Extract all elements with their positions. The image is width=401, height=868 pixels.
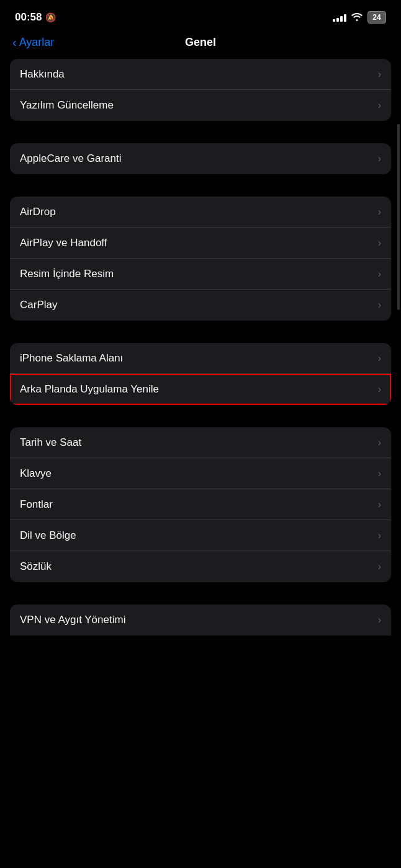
chevron-right-icon: › xyxy=(378,561,381,572)
section-1: Hakkında › Yazılım Güncelleme › xyxy=(10,59,391,121)
mute-icon: 🔕 xyxy=(45,12,56,22)
menu-item-label: Hakkında xyxy=(20,68,65,81)
nav-header: ‹ Ayarlar Genel xyxy=(0,31,401,59)
menu-item-vpn[interactable]: VPN ve Aygıt Yönetimi › xyxy=(10,604,391,636)
chevron-right-icon: › xyxy=(378,614,381,626)
menu-item-fontlar[interactable]: Fontlar › xyxy=(10,489,391,520)
menu-item-sozluk[interactable]: Sözlük › xyxy=(10,551,391,582)
section-3: AirDrop › AirPlay ve Handoff › Resim İçi… xyxy=(10,197,391,321)
menu-item-klavye[interactable]: Klavye › xyxy=(10,458,391,489)
menu-item-label: AppleCare ve Garanti xyxy=(20,153,121,165)
signal-strength xyxy=(333,13,346,22)
status-bar: 00:58 🔕 24 xyxy=(0,0,401,31)
chevron-right-icon: › xyxy=(378,468,381,479)
menu-group-2: AppleCare ve Garanti › xyxy=(10,143,391,174)
chevron-right-icon: › xyxy=(378,237,381,249)
menu-item-applecare[interactable]: AppleCare ve Garanti › xyxy=(10,143,391,174)
menu-item-tarih-saat[interactable]: Tarih ve Saat › xyxy=(10,427,391,458)
menu-item-label: Tarih ve Saat xyxy=(20,436,81,449)
menu-group-1: Hakkında › Yazılım Güncelleme › xyxy=(10,59,391,121)
signal-bar-1 xyxy=(333,19,335,22)
menu-item-label: AirDrop xyxy=(20,206,56,218)
chevron-right-icon: › xyxy=(378,437,381,448)
back-button[interactable]: ‹ Ayarlar xyxy=(12,35,54,50)
chevron-right-icon: › xyxy=(378,384,381,395)
menu-item-airplay-handoff[interactable]: AirPlay ve Handoff › xyxy=(10,228,391,259)
menu-item-label: Resim İçinde Resim xyxy=(20,268,114,280)
menu-item-label: Klavye xyxy=(20,467,52,480)
menu-item-label: Sözlük xyxy=(20,560,52,573)
chevron-right-icon: › xyxy=(378,353,381,364)
menu-item-carplay[interactable]: CarPlay › xyxy=(10,290,391,321)
section-4: iPhone Saklama Alanı › Arka Planda Uygul… xyxy=(10,343,391,405)
chevron-right-icon: › xyxy=(378,299,381,311)
menu-group-4: iPhone Saklama Alanı › Arka Planda Uygul… xyxy=(10,343,391,405)
menu-group-3: AirDrop › AirPlay ve Handoff › Resim İçi… xyxy=(10,197,391,321)
chevron-right-icon: › xyxy=(378,69,381,80)
signal-bar-2 xyxy=(336,18,339,22)
menu-item-label: AirPlay ve Handoff xyxy=(20,237,107,249)
wifi-icon xyxy=(351,12,363,23)
menu-item-label: Fontlar xyxy=(20,498,53,511)
menu-item-arka-planda[interactable]: Arka Planda Uygulama Yenile › xyxy=(10,374,391,405)
menu-item-iphone-saklama[interactable]: iPhone Saklama Alanı › xyxy=(10,343,391,374)
page-title: Genel xyxy=(185,36,216,49)
chevron-right-icon: › xyxy=(378,206,381,218)
menu-group-5: Tarih ve Saat › Klavye › Fontlar › Dil v… xyxy=(10,427,391,582)
back-label: Ayarlar xyxy=(19,36,55,49)
time-display: 00:58 xyxy=(15,11,42,24)
menu-item-label: iPhone Saklama Alanı xyxy=(20,352,123,365)
scrollbar[interactable] xyxy=(397,124,400,310)
menu-item-label: Arka Planda Uygulama Yenile xyxy=(20,383,159,396)
chevron-right-icon: › xyxy=(378,499,381,510)
section-2: AppleCare ve Garanti › xyxy=(10,143,391,174)
menu-item-yazilim-guncelleme[interactable]: Yazılım Güncelleme › xyxy=(10,90,391,121)
menu-item-airdrop[interactable]: AirDrop › xyxy=(10,197,391,228)
battery-level: 24 xyxy=(372,13,381,22)
menu-item-resim-icinde-resim[interactable]: Resim İçinde Resim › xyxy=(10,259,391,290)
back-chevron-icon: ‹ xyxy=(12,35,17,50)
menu-item-label: CarPlay xyxy=(20,299,57,311)
menu-item-label: Yazılım Güncelleme xyxy=(20,99,114,112)
signal-bar-3 xyxy=(340,16,343,22)
section-5: Tarih ve Saat › Klavye › Fontlar › Dil v… xyxy=(10,427,391,582)
status-time: 00:58 🔕 xyxy=(15,11,56,24)
menu-item-label: VPN ve Aygıt Yönetimi xyxy=(20,614,125,626)
menu-item-label: Dil ve Bölge xyxy=(20,529,76,542)
battery-indicator: 24 xyxy=(367,11,386,24)
chevron-right-icon: › xyxy=(378,268,381,280)
settings-content: Hakkında › Yazılım Güncelleme › AppleCar… xyxy=(0,59,401,636)
signal-bar-4 xyxy=(344,14,346,22)
section-6-partial: VPN ve Aygıt Yönetimi › xyxy=(10,604,391,636)
status-right-icons: 24 xyxy=(333,11,386,24)
menu-item-dil-bolge[interactable]: Dil ve Bölge › xyxy=(10,520,391,551)
chevron-right-icon: › xyxy=(378,153,381,164)
chevron-right-icon: › xyxy=(378,530,381,541)
chevron-right-icon: › xyxy=(378,100,381,111)
menu-item-hakkinda[interactable]: Hakkında › xyxy=(10,59,391,90)
